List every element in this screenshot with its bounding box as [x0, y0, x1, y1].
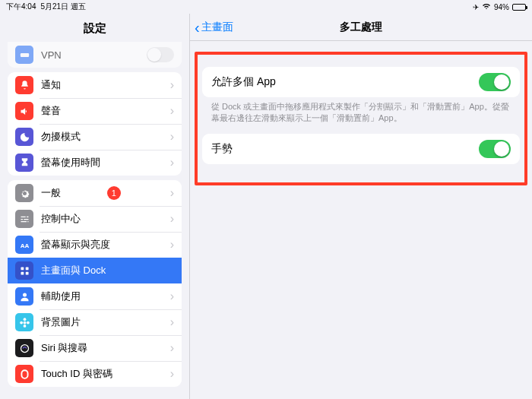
sidebar-item-label: Siri 與搜尋: [41, 341, 87, 355]
chevron-right-icon: ›: [170, 315, 174, 329]
sidebar-item-3[interactable]: 螢幕使用時間›: [8, 150, 182, 176]
svg-rect-2: [21, 267, 24, 270]
siri-icon: [15, 339, 33, 357]
sidebar-item-label: 通知: [41, 78, 61, 92]
finger-icon: [15, 365, 33, 383]
svg-point-10: [20, 321, 23, 324]
hourglass-icon: [15, 154, 33, 172]
vpn-toggle[interactable]: [147, 47, 174, 62]
wifi-icon: [482, 3, 491, 11]
badge: 1: [107, 186, 121, 200]
chevron-right-icon: ›: [170, 212, 174, 226]
sidebar-item-label: 聲音: [41, 104, 61, 118]
person-icon: [15, 287, 33, 306]
svg-rect-0: [20, 53, 28, 57]
status-date: 5月21日 週五: [40, 2, 85, 12]
sidebar-item-label: 螢幕使用時間: [41, 156, 100, 169]
battery-pct: 94%: [494, 3, 509, 11]
sidebar-item-0[interactable]: 通知›: [8, 72, 182, 98]
sidebar-item-5[interactable]: 背景圖片›: [8, 309, 182, 335]
aa-icon: AA: [15, 236, 33, 254]
setting-label: 手勢: [211, 142, 233, 156]
svg-point-11: [27, 321, 30, 324]
svg-text:AA: AA: [20, 242, 29, 249]
sidebar-item-label: 背景圖片: [41, 315, 81, 329]
chevron-right-icon: ›: [170, 156, 174, 169]
sliders-icon: [15, 210, 33, 228]
page-title: 設定: [0, 14, 189, 42]
sidebar-item-label: 輔助使用: [41, 290, 81, 303]
sidebar-item-1[interactable]: 聲音›: [8, 98, 182, 124]
back-button[interactable]: ‹ 主畫面: [190, 20, 233, 35]
svg-point-8: [23, 318, 26, 321]
sidebar-item-label: 勿擾模式: [41, 130, 81, 144]
sidebar-item-4[interactable]: 輔助使用›: [8, 283, 182, 309]
detail-title: 多工處理: [190, 21, 532, 34]
sidebar-item-label: 主畫面與 Dock: [41, 264, 106, 277]
setting-row-allow-multiple[interactable]: 允許多個 App: [202, 67, 520, 97]
svg-rect-4: [21, 271, 24, 274]
sidebar-item-6[interactable]: Siri 與搜尋›: [8, 335, 182, 361]
bell-icon: [15, 76, 33, 94]
flower-icon: [15, 313, 33, 331]
sidebar-item-7[interactable]: Touch ID 與密碼›: [8, 361, 182, 387]
svg-rect-3: [25, 267, 28, 270]
back-label: 主畫面: [201, 21, 233, 34]
sidebar-item-vpn[interactable]: VPN: [8, 42, 182, 68]
speaker-icon: [15, 102, 33, 120]
grid-icon: [15, 261, 33, 280]
sidebar-item-2[interactable]: 勿擾模式›: [8, 124, 182, 150]
sidebar-item-label: Touch ID 與密碼: [41, 367, 112, 381]
moon-icon: [15, 128, 33, 146]
chevron-right-icon: ›: [170, 130, 174, 144]
svg-point-12: [21, 344, 28, 352]
toggle-allow-multiple[interactable]: [479, 73, 511, 91]
setting-footer: 從 Dock 或主畫面中拖移應用程式來製作「分割顯示」和「滑動置前」App。從螢…: [202, 97, 520, 134]
svg-point-9: [23, 325, 26, 328]
highlight-annotation: 允許多個 App 從 Dock 或主畫面中拖移應用程式來製作「分割顯示」和「滑動…: [195, 52, 527, 185]
sidebar-item-1[interactable]: 控制中心›: [8, 206, 182, 232]
chevron-left-icon: ‹: [195, 20, 200, 35]
chevron-right-icon: ›: [170, 341, 174, 355]
chevron-right-icon: ›: [170, 290, 174, 303]
chevron-right-icon: ›: [170, 104, 174, 118]
vpn-icon: [15, 46, 33, 64]
sidebar-item-2[interactable]: AA螢幕顯示與亮度›: [8, 232, 182, 258]
status-time: 下午4:04: [6, 2, 36, 12]
chevron-right-icon: ›: [170, 186, 174, 200]
toggle-gestures[interactable]: [479, 140, 511, 158]
battery-icon: [512, 4, 526, 11]
svg-rect-5: [25, 271, 28, 274]
gear-icon: [15, 184, 33, 202]
chevron-right-icon: ›: [170, 367, 174, 381]
sidebar-item-label: 控制中心: [41, 212, 81, 226]
sidebar-item-0[interactable]: 一般1›: [8, 180, 182, 206]
sidebar-item-3[interactable]: 主畫面與 Dock: [8, 258, 182, 283]
chevron-right-icon: ›: [170, 238, 174, 252]
sidebar-item-label: VPN: [41, 49, 62, 61]
airplane-icon: ✈: [473, 3, 479, 11]
sidebar-item-label: 螢幕顯示與亮度: [41, 238, 110, 252]
setting-row-gestures[interactable]: 手勢: [202, 134, 520, 164]
sidebar-item-label: 一般: [41, 186, 61, 200]
setting-label: 允許多個 App: [211, 75, 276, 89]
chevron-right-icon: ›: [170, 78, 174, 92]
svg-point-7: [23, 321, 26, 324]
svg-point-6: [23, 293, 27, 296]
